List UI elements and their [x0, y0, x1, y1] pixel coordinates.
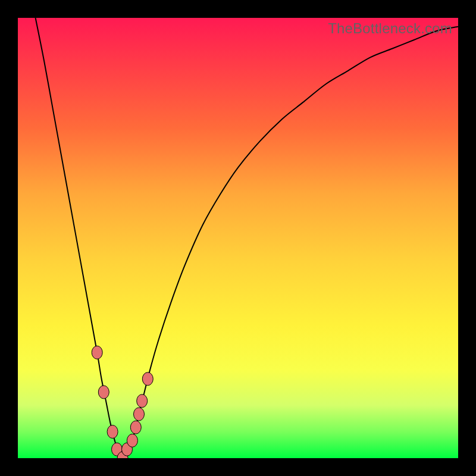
chart-frame: TheBottleneck.com: [0, 0, 476, 476]
marker-point: [98, 386, 109, 399]
marker-point: [134, 408, 145, 421]
plot-area: TheBottleneck.com: [18, 18, 458, 458]
marker-point: [130, 421, 141, 434]
highlighted-points: [92, 346, 153, 458]
marker-point: [142, 372, 153, 386]
watermark-text: TheBottleneck.com: [328, 20, 452, 37]
marker-point: [137, 394, 148, 408]
chart-svg: [18, 18, 458, 458]
marker-point: [92, 346, 102, 359]
marker-point: [127, 434, 137, 447]
marker-point: [107, 425, 118, 439]
